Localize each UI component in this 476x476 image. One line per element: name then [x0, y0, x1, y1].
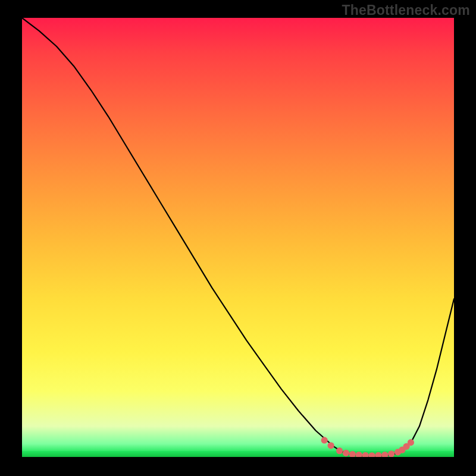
- marker-dot: [388, 450, 394, 457]
- marker-dot: [368, 452, 375, 457]
- marker-dot: [327, 442, 334, 449]
- marker-dot: [408, 439, 414, 446]
- marker-dot: [362, 452, 369, 457]
- marker-dot: [336, 447, 343, 454]
- marker-dot: [343, 450, 349, 456]
- marker-dot: [375, 452, 381, 457]
- curve-svg: [22, 18, 454, 457]
- marker-dot: [381, 452, 388, 457]
- plot-area: [22, 18, 454, 457]
- watermark-text: TheBottleneck.com: [342, 2, 470, 18]
- marker-dot: [356, 452, 362, 457]
- marker-dot: [349, 451, 356, 457]
- marker-dot: [321, 437, 328, 443]
- bottleneck-curve: [22, 18, 454, 456]
- chart-frame: TheBottleneck.com: [0, 0, 476, 476]
